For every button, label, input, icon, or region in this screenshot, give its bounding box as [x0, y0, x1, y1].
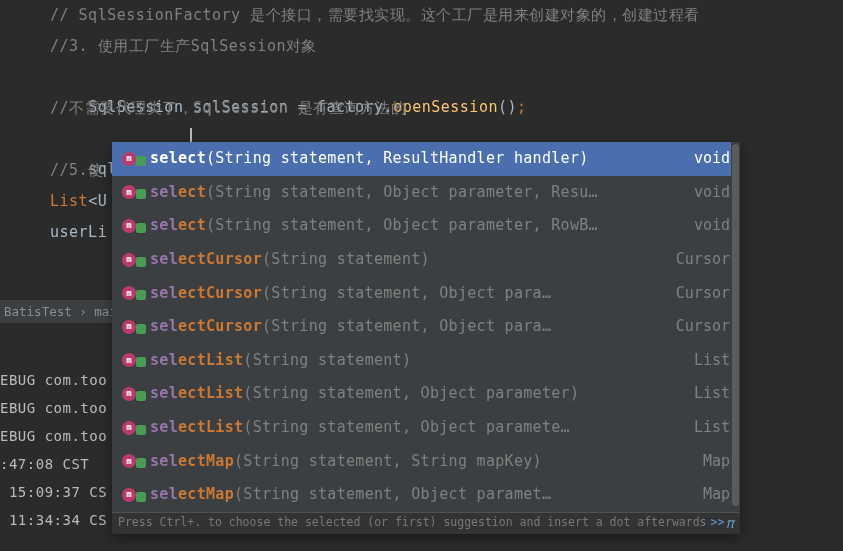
pi-icon[interactable]: π: [726, 516, 734, 530]
completion-params: (String statement, Object parameter, Row…: [206, 218, 676, 233]
completion-params: (String statement, Object paramet…: [234, 487, 685, 502]
completion-item[interactable]: mselectCursor(String statement, Object p…: [112, 310, 740, 344]
popup-hint-bar: Press Ctrl+. to choose the selected (or …: [112, 512, 740, 534]
completion-params: (String statement, Object parameter, Res…: [206, 185, 676, 200]
comment-line: //5.使: [50, 161, 104, 179]
completion-params: (String statement, Object parameter): [243, 386, 676, 401]
completion-params: (String statement): [262, 252, 658, 267]
method-icon: m: [122, 250, 150, 270]
console-line: 11:34:34 CS: [9, 512, 107, 528]
method-icon: m: [122, 418, 150, 438]
console-output: EBUG com.too EBUG com.too EBUG com.too :…: [0, 338, 107, 534]
completion-return-type: Map: [685, 454, 730, 469]
comment-line: //不需要代理类了，SqlSession 是有查询方法的: [50, 99, 406, 117]
code-completion-popup[interactable]: mselect(String statement, ResultHandler …: [112, 142, 740, 534]
method-icon: m: [122, 182, 150, 202]
method-icon: m: [122, 451, 150, 471]
completion-item[interactable]: mselectList(String statement, Object par…: [112, 411, 740, 445]
completion-params: (String statement, Object paramete…: [243, 420, 676, 435]
completion-params: (String statement, Object para…: [262, 286, 658, 301]
completion-method-name: selectCursor: [150, 286, 262, 301]
console-line: 15:09:37 CS: [9, 484, 107, 500]
console-line: EBUG com.too: [0, 372, 107, 388]
completion-item[interactable]: mselect(String statement, Object paramet…: [112, 209, 740, 243]
completion-item[interactable]: mselectCursor(String statement)Cursor: [112, 243, 740, 277]
comment-line: //: [50, 37, 69, 55]
completion-params: (String statement): [243, 353, 676, 368]
completion-item[interactable]: mselectList(String statement)List: [112, 344, 740, 378]
completion-item[interactable]: mselectList(String statement, Object par…: [112, 377, 740, 411]
console-line: EBUG com.too: [0, 400, 107, 416]
completion-return-type: void: [676, 185, 730, 200]
completion-method-name: selectList: [150, 386, 243, 401]
method-icon: m: [122, 149, 150, 169]
method-icon: m: [122, 216, 150, 236]
completion-return-type: List: [676, 386, 730, 401]
completion-method-name: selectCursor: [150, 252, 262, 267]
scrollbar-thumb[interactable]: [732, 144, 739, 506]
breadcrumb-item[interactable]: BatisTest: [4, 304, 72, 319]
comment-line: // SqlSessionFactory 是个接口，需要找实现。这个工厂是用来创…: [50, 6, 700, 24]
popup-scrollbar[interactable]: [731, 142, 740, 512]
completion-method-name: select: [150, 218, 206, 233]
completion-item[interactable]: mselect(String statement, Object paramet…: [112, 176, 740, 210]
popup-hint-link[interactable]: >>: [711, 517, 725, 529]
completion-return-type: Map: [685, 487, 730, 502]
completion-method-name: select: [150, 185, 206, 200]
completion-params: (String statement, Object para…: [262, 319, 658, 334]
completion-method-name: select: [150, 151, 206, 166]
method-icon: m: [122, 283, 150, 303]
completion-params: (String statement, String mapKey): [234, 454, 685, 469]
completion-item[interactable]: mselectMap(String statement, String mapK…: [112, 444, 740, 478]
completion-item[interactable]: mselect(String statement, ResultHandler …: [112, 142, 740, 176]
code-token: userLi: [50, 223, 107, 241]
completion-return-type: void: [676, 218, 730, 233]
completion-return-type: Cursor: [658, 286, 730, 301]
completion-params: (String statement, ResultHandler handler…: [206, 151, 676, 166]
console-line: :47:08 CST: [0, 456, 89, 472]
breadcrumb[interactable]: BatisTest › mai: [0, 300, 121, 323]
completion-method-name: selectMap: [150, 454, 234, 469]
completion-method-name: selectCursor: [150, 319, 262, 334]
completion-return-type: void: [676, 151, 730, 166]
completion-method-name: selectList: [150, 420, 243, 435]
method-icon: m: [122, 350, 150, 370]
completion-return-type: List: [676, 420, 730, 435]
completion-item[interactable]: mselectMap(String statement, Object para…: [112, 478, 740, 512]
type-token: List: [50, 192, 88, 210]
method-icon: m: [122, 384, 150, 404]
completion-method-name: selectList: [150, 353, 243, 368]
console-line: EBUG com.too: [0, 428, 107, 444]
completion-return-type: Cursor: [658, 319, 730, 334]
completion-item[interactable]: mselectCursor(String statement, Object p…: [112, 276, 740, 310]
method-icon: m: [122, 317, 150, 337]
completion-return-type: Cursor: [658, 252, 730, 267]
method-icon: m: [122, 485, 150, 505]
completion-method-name: selectMap: [150, 487, 234, 502]
completion-return-type: List: [676, 353, 730, 368]
popup-hint-text: Press Ctrl+. to choose the selected (or …: [118, 517, 707, 529]
